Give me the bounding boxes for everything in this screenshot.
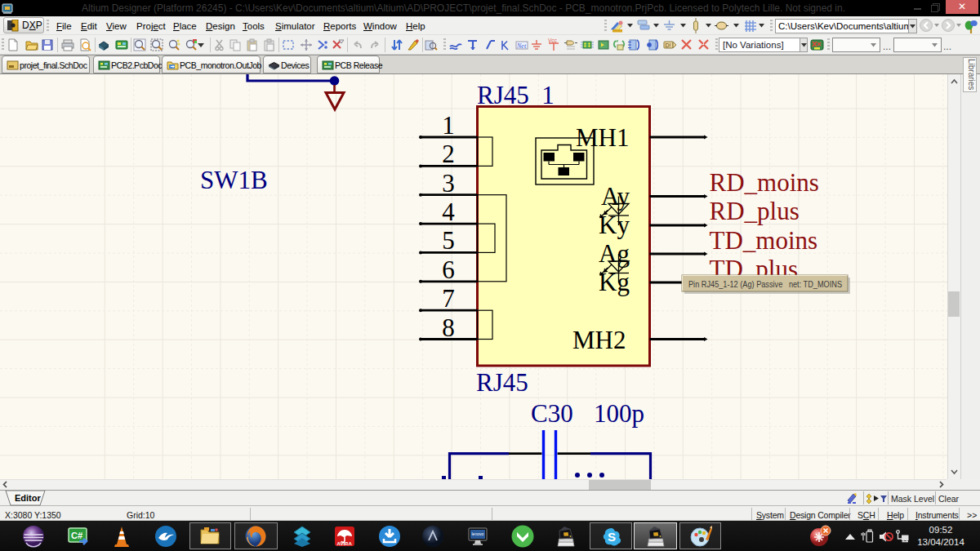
svg-text:2: 2 xyxy=(442,140,455,168)
svg-text:RD_plus: RD_plus xyxy=(710,197,800,225)
svg-text:8: 8 xyxy=(442,313,455,342)
svg-text:4: 4 xyxy=(442,198,455,226)
svg-text:Net: Net xyxy=(516,42,527,50)
svg-text:5: 5 xyxy=(442,226,455,255)
svg-text:RJ45_1: RJ45_1 xyxy=(477,81,555,109)
svg-text:C30: C30 xyxy=(531,399,573,428)
svg-text:C#: C# xyxy=(71,531,82,540)
svg-text:AVIRA: AVIRA xyxy=(337,541,353,546)
svg-text:lenovo: lenovo xyxy=(472,531,484,536)
svg-text:7: 7 xyxy=(442,284,455,313)
svg-text:RD_moins: RD_moins xyxy=(710,168,819,197)
svg-text:MH1: MH1 xyxy=(576,123,629,152)
svg-text:Ag: Ag xyxy=(599,239,630,268)
svg-text:6: 6 xyxy=(442,256,455,284)
svg-text:Vcc: Vcc xyxy=(548,38,558,43)
svg-text:D!: D! xyxy=(666,42,671,48)
svg-text:Editor: Editor xyxy=(15,493,41,503)
svg-text:100p: 100p xyxy=(594,399,644,428)
svg-text:3: 3 xyxy=(442,169,455,198)
svg-text:RJ45: RJ45 xyxy=(476,368,528,397)
svg-text:Ay: Ay xyxy=(601,182,630,211)
svg-text:MH2: MH2 xyxy=(572,326,626,354)
svg-text:SW1B: SW1B xyxy=(200,166,268,194)
svg-text:1: 1 xyxy=(442,111,455,140)
svg-text:Pin RJ45_1-12 (Ag) Passive n: Pin RJ45_1-12 (Ag) Passive net: TD_MOINS xyxy=(688,279,842,289)
svg-text:TD_moins: TD_moins xyxy=(710,226,818,255)
svg-text:S: S xyxy=(608,530,616,544)
